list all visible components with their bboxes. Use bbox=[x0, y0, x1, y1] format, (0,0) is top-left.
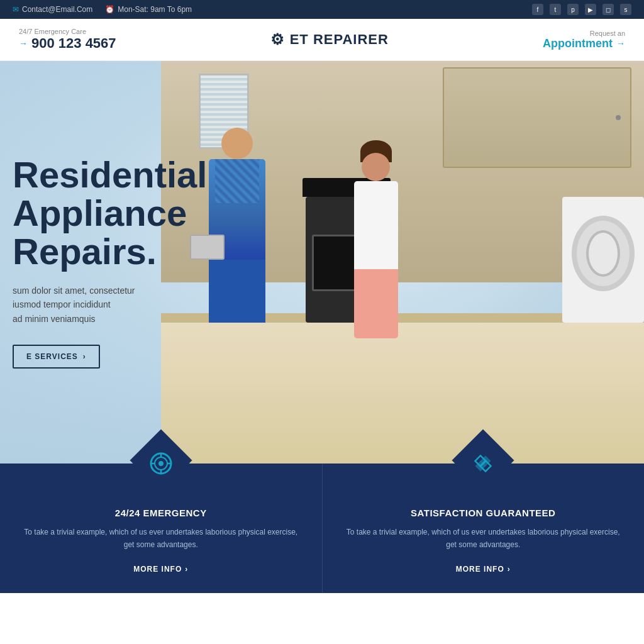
chevron-right-icon: › bbox=[83, 352, 86, 361]
hero-image bbox=[161, 61, 644, 464]
feature-emergency: 24/24 EMERGENCY To take a trivial exampl… bbox=[0, 464, 322, 593]
upper-cabinet bbox=[443, 67, 631, 168]
clock-icon: ⏰ bbox=[105, 5, 114, 14]
hero-section: Residential Appliance Repairs. sum dolor… bbox=[0, 61, 644, 464]
feature-link-2[interactable]: MORE INFO › bbox=[456, 565, 511, 574]
feature-icon-wrap-1 bbox=[139, 441, 183, 486]
hero-title: Residential Appliance Repairs. bbox=[13, 156, 207, 271]
washer-drum bbox=[572, 216, 635, 291]
technician-legs bbox=[209, 260, 265, 323]
feature-link-label-1: MORE INFO bbox=[133, 565, 182, 574]
customer-pants bbox=[354, 269, 398, 338]
satisfaction-icon bbox=[470, 451, 496, 476]
subtitle-line3: ad minim veniamquis bbox=[13, 314, 96, 324]
email-item: ✉ Contact@Email.Com bbox=[13, 5, 92, 14]
youtube-icon[interactable]: ▶ bbox=[585, 4, 596, 15]
hours-item: ⏰ Mon-Sat: 9am To 6pm bbox=[105, 5, 192, 14]
subtitle-line2: iusmod tempor incididunt bbox=[13, 299, 111, 309]
email-icon: ✉ bbox=[13, 5, 19, 14]
hero-title-line2: pliance bbox=[61, 192, 187, 233]
emergency-label: 24/7 Emergency Care bbox=[19, 28, 86, 35]
customer-figure bbox=[345, 140, 408, 323]
technician-figure bbox=[199, 128, 275, 323]
appointment-label: Request an bbox=[590, 30, 625, 37]
feature-link-1[interactable]: MORE INFO › bbox=[133, 565, 188, 574]
hero-title-line1: Re bbox=[13, 154, 59, 195]
site-header: 24/7 Emergency Care 900 123 4567 ⚙ ET RE… bbox=[0, 19, 644, 61]
services-button-label: E SERVICES bbox=[26, 352, 78, 361]
email-text: Contact@Email.Com bbox=[22, 5, 92, 14]
instagram-icon[interactable]: ◻ bbox=[602, 4, 614, 15]
technician-shirt bbox=[215, 159, 259, 203]
emergency-icon bbox=[148, 451, 174, 476]
customer-head bbox=[362, 153, 390, 181]
feature-desc-1: To take a trivial example, which of us e… bbox=[19, 526, 303, 552]
arrow-right-icon-2: › bbox=[508, 565, 511, 574]
subtitle-line1: sum dolor sit amet, consectetur bbox=[13, 286, 135, 296]
washing-machine bbox=[562, 197, 644, 323]
gear-icon: ⚙ bbox=[270, 31, 285, 48]
customer-body bbox=[354, 181, 398, 269]
technician-head bbox=[221, 128, 253, 159]
skype-icon[interactable]: s bbox=[620, 4, 631, 15]
twitter-icon[interactable]: t bbox=[550, 4, 561, 15]
emergency-info: 24/7 Emergency Care 900 123 4567 bbox=[19, 28, 116, 52]
feature-link-label-2: MORE INFO bbox=[456, 565, 504, 574]
facebook-icon[interactable]: f bbox=[532, 4, 543, 15]
hero-title-line2-prefix: Ap bbox=[13, 192, 61, 233]
technician-body bbox=[209, 159, 265, 260]
hero-content: Residential Appliance Repairs. sum dolor… bbox=[0, 156, 207, 369]
site-logo[interactable]: ⚙ ET REPAIRER bbox=[270, 31, 389, 48]
social-icons: f t p ▶ ◻ s bbox=[532, 4, 631, 15]
appointment-link[interactable]: Appointment bbox=[543, 37, 625, 50]
feature-icon-wrap-2 bbox=[461, 441, 505, 486]
logo-text: ET REPAIRER bbox=[290, 31, 389, 48]
svg-point-2 bbox=[158, 461, 164, 466]
hero-title-line1b: sidential bbox=[59, 154, 207, 195]
hero-subtitle: sum dolor sit amet, consectetur iusmod t… bbox=[13, 284, 207, 326]
feature-title-2: SATISFACTION GUARANTEED bbox=[341, 508, 626, 518]
feature-title-1: 24/24 EMERGENCY bbox=[19, 508, 303, 518]
phone-number[interactable]: 900 123 4567 bbox=[19, 35, 116, 52]
feature-desc-2: To take a trivial example, which of us e… bbox=[341, 526, 626, 552]
hero-title-line3-prefix: Re bbox=[13, 231, 59, 272]
top-bar-left: ✉ Contact@Email.Com ⏰ Mon-Sat: 9am To 6p… bbox=[13, 5, 192, 14]
pinterest-icon[interactable]: p bbox=[567, 4, 579, 15]
services-button[interactable]: E SERVICES › bbox=[13, 345, 100, 369]
top-bar: ✉ Contact@Email.Com ⏰ Mon-Sat: 9am To 6p… bbox=[0, 0, 644, 19]
arrow-right-icon-1: › bbox=[185, 565, 188, 574]
hours-text: Mon-Sat: 9am To 6pm bbox=[118, 5, 192, 14]
hero-title-line3: pairs. bbox=[59, 231, 157, 272]
feature-satisfaction: SATISFACTION GUARANTEED To take a trivia… bbox=[322, 464, 645, 593]
features-section: 24/24 EMERGENCY To take a trivial exampl… bbox=[0, 464, 644, 593]
counter-base bbox=[161, 323, 644, 464]
appointment-info: Request an Appointment bbox=[543, 30, 625, 50]
